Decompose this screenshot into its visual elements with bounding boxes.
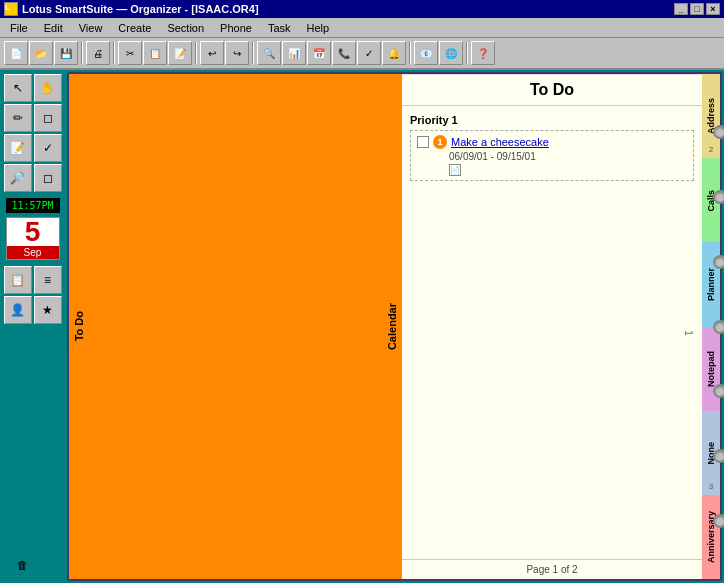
calendar-tab-label: Calendar [386, 303, 398, 350]
ring-holes [712, 74, 724, 579]
right-page-footer: Page 1 of 2 [402, 559, 702, 579]
tb-save[interactable]: 💾 [54, 41, 78, 65]
menu-create[interactable]: Create [110, 18, 159, 37]
view-tools: 🔎 ◻ [4, 164, 62, 192]
tb-alarm[interactable]: 🔔 [382, 41, 406, 65]
todo-tab-label: To Do [73, 311, 85, 341]
menu-bar: File Edit View Create Section Phone Task… [0, 18, 724, 38]
maximize-button[interactable]: □ [690, 3, 704, 15]
toolbar-sep-6 [466, 42, 468, 64]
pointer-tools: ↖ ✋ [4, 74, 62, 102]
mini-calendar[interactable]: 5 Sep [6, 217, 60, 260]
tb-find[interactable]: 🔍 [257, 41, 281, 65]
pencil-tool[interactable]: ✏ [4, 104, 32, 132]
toolbar-sep-3 [195, 42, 197, 64]
ring-1 [713, 125, 724, 139]
todo-checkbox[interactable] [417, 136, 429, 148]
tb-paste[interactable]: 📝 [168, 41, 192, 65]
tb-email[interactable]: 📧 [414, 41, 438, 65]
contact-tools: 👤 ★ [4, 296, 62, 324]
todo-tab[interactable]: To Do [69, 74, 89, 579]
priority-header: Priority 1 [410, 114, 694, 126]
ring-3 [713, 255, 724, 269]
menu-help[interactable]: Help [299, 18, 338, 37]
tb-chart[interactable]: 📊 [282, 41, 306, 65]
contact-icon[interactable]: 👤 [4, 296, 32, 324]
tb-print[interactable]: 🖨 [86, 41, 110, 65]
ring-2 [713, 190, 724, 204]
minimize-button[interactable]: _ [674, 3, 688, 15]
toolbar-sep-5 [409, 42, 411, 64]
right-page-title: To Do [530, 81, 574, 98]
priority-icon: 1 [433, 135, 447, 149]
star-icon[interactable]: ★ [34, 296, 62, 324]
menu-view[interactable]: View [71, 18, 111, 37]
menu-file[interactable]: File [2, 18, 36, 37]
todo-item[interactable]: 1 Make a cheesecake 06/09/01 - 09/15/01 … [410, 130, 694, 181]
tb-web[interactable]: 🌐 [439, 41, 463, 65]
menu-edit[interactable]: Edit [36, 18, 71, 37]
tb-open[interactable]: 📂 [29, 41, 53, 65]
calendar-tab[interactable]: Calendar [382, 74, 402, 579]
tb-help[interactable]: ❓ [471, 41, 495, 65]
title-bar: L Lotus SmartSuite — Organizer - [ISAAC.… [0, 0, 724, 18]
ring-6 [713, 449, 724, 463]
menu-section[interactable]: Section [159, 18, 212, 37]
tb-redo[interactable]: ↪ [225, 41, 249, 65]
tb-copy[interactable]: 📋 [143, 41, 167, 65]
main-content: ↖ ✋ ✏ ◻ 📝 ✓ 🔎 ◻ 11:57PM 5 Sep 📋 ≡ 👤 [0, 70, 724, 583]
calendar-month: Sep [7, 246, 59, 259]
arrow-tool[interactable]: ↖ [4, 74, 32, 102]
page-number-right: 1 [683, 330, 694, 336]
tb-cut[interactable]: ✂ [118, 41, 142, 65]
right-page-header: To Do [402, 74, 702, 106]
tb-undo[interactable]: ↩ [200, 41, 224, 65]
check-tool[interactable]: ✓ [34, 134, 62, 162]
tb-task[interactable]: ✓ [357, 41, 381, 65]
toolbar: 📄 📂 💾 🖨 ✂ 📋 📝 ↩ ↪ 🔍 📊 📅 📞 ✓ 🔔 📧 🌐 ❓ [0, 38, 724, 70]
organizer-book: To Do Calendar To Do Priority 1 [67, 72, 722, 581]
zoom-tool[interactable]: 🔎 [4, 164, 32, 192]
ring-5 [713, 384, 724, 398]
toolbar-sep-2 [113, 42, 115, 64]
todo-item-dates: 06/09/01 - 09/15/01 [417, 151, 687, 162]
titlebar-controls[interactable]: _ □ × [674, 3, 720, 15]
todo-item-text[interactable]: Make a cheesecake [451, 136, 549, 148]
bottom-tools: 📋 ≡ 👤 ★ [4, 266, 62, 324]
left-sidebar: ↖ ✋ ✏ ◻ 📝 ✓ 🔎 ◻ 11:57PM 5 Sep 📋 ≡ 👤 [0, 70, 65, 583]
calendar-date: 5 [7, 218, 59, 246]
note-icon[interactable]: 📋 [4, 266, 32, 294]
ring-7 [713, 514, 724, 528]
todo-page-icon: 📄 [449, 164, 461, 176]
edit-tools: ✏ ◻ [4, 104, 62, 132]
clock-display: 11:57PM [6, 198, 60, 213]
shape-tool[interactable]: ◻ [34, 164, 62, 192]
app-icon: L [4, 2, 18, 16]
right-page: To Do Priority 1 1 Make a cheesecake 06/… [402, 74, 702, 579]
close-button[interactable]: × [706, 3, 720, 15]
left-page: To Do Calendar [69, 74, 402, 579]
text-tools: 📝 ✓ [4, 134, 62, 162]
tb-phone[interactable]: 📞 [332, 41, 356, 65]
toolbar-sep-4 [252, 42, 254, 64]
menu-phone[interactable]: Phone [212, 18, 260, 37]
right-page-content: Priority 1 1 Make a cheesecake 06/09/01 … [402, 106, 702, 559]
eraser-tool[interactable]: ◻ [34, 104, 62, 132]
titlebar-left: L Lotus SmartSuite — Organizer - [ISAAC.… [4, 2, 259, 16]
text-tool[interactable]: 📝 [4, 134, 32, 162]
toolbar-sep-1 [81, 42, 83, 64]
menu-task[interactable]: Task [260, 18, 299, 37]
trash-icon[interactable]: 🗑 [8, 551, 36, 579]
hand-tool[interactable]: ✋ [34, 74, 62, 102]
note-tools: 📋 ≡ [4, 266, 62, 294]
tb-calendar[interactable]: 📅 [307, 41, 331, 65]
ring-4 [713, 320, 724, 334]
todo-item-row: 1 Make a cheesecake [417, 135, 687, 149]
tb-new[interactable]: 📄 [4, 41, 28, 65]
titlebar-text: Lotus SmartSuite — Organizer - [ISAAC.OR… [22, 3, 259, 15]
list-icon[interactable]: ≡ [34, 266, 62, 294]
